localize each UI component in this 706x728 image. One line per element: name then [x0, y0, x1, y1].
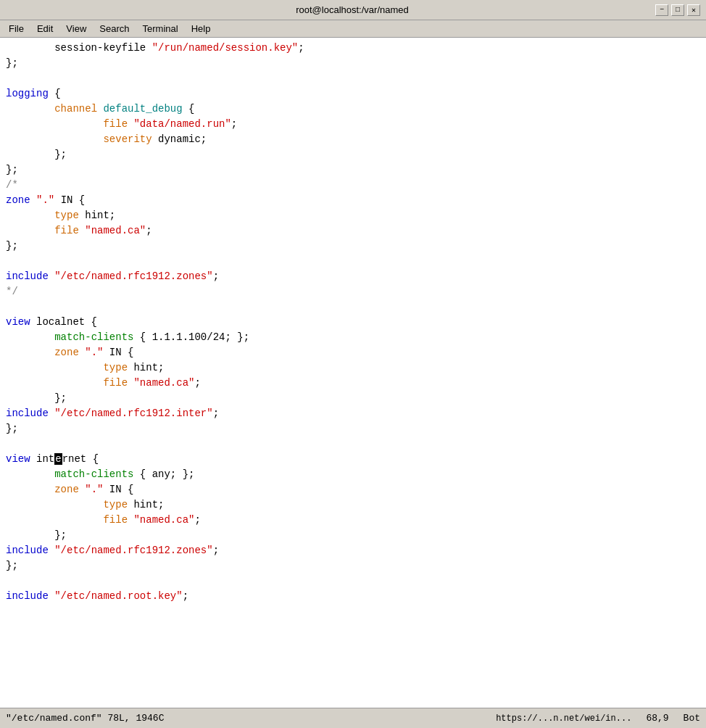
code-line: type hint; [6, 208, 700, 223]
code-line: type hint; [6, 497, 700, 513]
status-url: https://...n.net/wei/in... [496, 713, 631, 724]
code-line: }; [6, 162, 700, 178]
code-line: file "named.ca"; [6, 376, 700, 391]
menu-view[interactable]: View [60, 22, 92, 36]
code-line: }; [6, 391, 700, 406]
code-line: view localnet { [6, 315, 700, 330]
code-line: match-clients { any; }; [6, 467, 700, 482]
code-line: file "named.ca"; [6, 223, 700, 239]
code-line: }; [6, 239, 700, 254]
menu-search[interactable]: Search [94, 22, 135, 36]
close-button[interactable]: ✕ [687, 4, 700, 16]
code-line [6, 71, 700, 86]
code-line [6, 254, 700, 269]
code-line [6, 299, 700, 315]
window-controls[interactable]: − □ ✕ [655, 4, 700, 16]
code-line: /* [6, 178, 700, 193]
status-position: 68,9 [646, 713, 668, 724]
code-line: zone "." IN { [6, 482, 700, 497]
window-title: root@localhost:/var/named [49, 4, 655, 15]
menu-edit[interactable]: Edit [31, 22, 59, 36]
menu-help[interactable]: Help [186, 22, 217, 36]
code-line: zone "." IN { [6, 193, 700, 208]
code-line: match-clients { 1.1.1.100/24; }; [6, 330, 700, 345]
minimize-button[interactable]: − [655, 4, 668, 16]
titlebar: root@localhost:/var/named − □ ✕ [0, 0, 706, 20]
code-line: */ [6, 284, 700, 299]
code-line [6, 437, 700, 452]
code-line: }; [6, 528, 700, 543]
status-filename: "/etc/named.conf" 78L, 1946C [6, 713, 164, 724]
code-line: view internet { [6, 452, 700, 467]
code-line: file "named.ca"; [6, 513, 700, 528]
code-line: zone "." IN { [6, 345, 700, 360]
code-line: include "/etc/named.rfc1912.inter"; [6, 406, 700, 421]
code-line: logging { [6, 86, 700, 102]
menu-file[interactable]: File [3, 22, 30, 36]
code-line [6, 604, 700, 619]
code-line [6, 574, 700, 589]
code-line: include "/etc/named.root.key"; [6, 589, 700, 604]
code-line: include "/etc/named.rfc1912.zones"; [6, 269, 700, 284]
code-line: channel default_debug { [6, 102, 700, 117]
code-line: type hint; [6, 360, 700, 376]
statusbar: "/etc/named.conf" 78L, 1946C https://...… [0, 708, 706, 728]
code-line: }; [6, 56, 700, 71]
code-line: file "data/named.run"; [6, 117, 700, 132]
code-line: }; [6, 558, 700, 574]
status-mode: Bot [684, 713, 700, 724]
code-line: session-keyfile "/run/named/session.key"… [6, 41, 700, 56]
menubar: File Edit View Search Terminal Help [0, 20, 706, 38]
code-line: }; [6, 421, 700, 437]
code-editor[interactable]: session-keyfile "/run/named/session.key"… [0, 38, 706, 708]
code-line: include "/etc/named.rfc1912.zones"; [6, 543, 700, 558]
code-line: severity dynamic; [6, 132, 700, 147]
menu-terminal[interactable]: Terminal [137, 22, 184, 36]
code-line: }; [6, 147, 700, 162]
maximize-button[interactable]: □ [671, 4, 684, 16]
